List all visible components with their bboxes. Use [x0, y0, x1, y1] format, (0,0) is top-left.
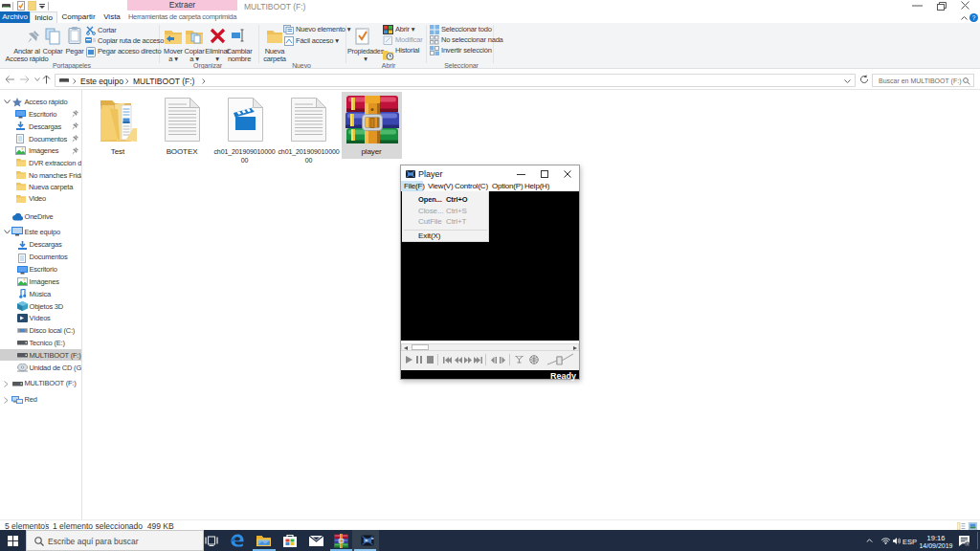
svg-text:?: ?	[972, 14, 976, 21]
